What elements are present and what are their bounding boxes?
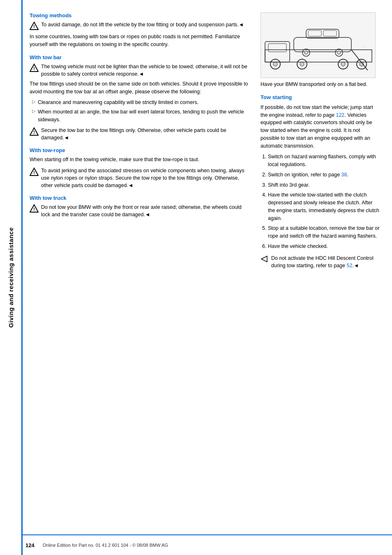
with-tow-bar-warning1: ! The towing vehicle must not be lighter… <box>30 63 251 78</box>
flatbed-image: ~ <box>261 12 376 78</box>
svg-rect-24 <box>323 30 337 36</box>
warning-icon-4: ! <box>30 167 39 176</box>
section-with-tow-truck: With tow truck ! Do not tow your BMW wit… <box>30 195 251 218</box>
svg-text:~: ~ <box>364 45 366 49</box>
tow-starting-note: Do not activate the HDC Hill Descent Con… <box>261 254 380 269</box>
bullet-text-2: When mounted at an angle, the tow bar wi… <box>38 108 251 123</box>
section-towing-methods: Towing methods ! To avoid damage, do not… <box>30 12 251 49</box>
svg-point-14 <box>273 62 277 66</box>
tow-starting-note-text: Do not activate the HDC Hill Descent Con… <box>271 254 380 269</box>
footer: 124 Online Edition for Part no. 01 41 2 … <box>21 534 392 555</box>
step-5: Stop at a suitable location, remove the … <box>268 224 380 240</box>
section-with-tow-bar: With tow bar ! The towing vehicle must n… <box>30 54 251 141</box>
link-52[interactable]: 52 <box>346 263 352 268</box>
svg-text:!: ! <box>33 207 35 212</box>
svg-point-28 <box>337 51 341 54</box>
section-tow-starting: Tow starting If possible, do not tow sta… <box>261 94 380 269</box>
note-triangle-icon <box>261 255 268 263</box>
svg-line-29 <box>351 50 368 70</box>
svg-rect-23 <box>308 30 321 36</box>
bullet-item-1: ▷ Clearance and maneuvering capability w… <box>30 99 251 106</box>
with-tow-bar-warning2: ! Secure the tow bar to the tow fittings… <box>30 127 251 141</box>
with-tow-truck-warning1-text: Do not tow your BMW with only the front … <box>41 204 251 218</box>
right-column: ~ Have your BMW transported only on a fl… <box>261 12 380 272</box>
bullet-arrow-1: ▷ <box>32 99 35 106</box>
tow-starting-steps: Switch on hazard warning flashers, compl… <box>261 153 380 250</box>
footer-text: Online Edition for Part no. 01 41 2 601 … <box>43 543 168 548</box>
svg-rect-12 <box>268 44 286 52</box>
with-tow-truck-title: With tow truck <box>30 195 251 201</box>
link-122[interactable]: 122 <box>336 112 344 118</box>
towing-methods-title: Towing methods <box>30 12 251 18</box>
towing-methods-warning1: ! To avoid damage, do not lift the vehic… <box>30 21 251 30</box>
bullet-arrow-2: ▷ <box>32 109 35 123</box>
step-2: Switch on ignition, refer to page 38. <box>268 171 380 179</box>
bullet-item-2: ▷ When mounted at an angle, the tow bar … <box>30 108 251 123</box>
image-container: ~ Have your BMW transported only on a fl… <box>261 12 380 88</box>
bullet-text-1: Clearance and maneuvering capability wil… <box>38 99 198 106</box>
two-column-layout: Towing methods ! To avoid damage, do not… <box>30 12 380 272</box>
step-3: Shift into 3rd gear. <box>268 181 380 189</box>
with-tow-bar-title: With tow bar <box>30 54 251 60</box>
warning-icon-5: ! <box>30 204 39 213</box>
with-tow-rope-title: With tow-rope <box>30 147 251 153</box>
step-4: Have the vehicle tow-started with the cl… <box>268 191 380 222</box>
link-38[interactable]: 38 <box>341 172 347 178</box>
with-tow-rope-warning1-text: To avoid jerking and the associated stre… <box>41 167 251 189</box>
with-tow-truck-warning1: ! Do not tow your BMW with only the fron… <box>30 204 251 218</box>
with-tow-rope-para1: When starting off in the towing vehicle,… <box>30 156 251 164</box>
sidebar-label: Giving and receiving assistance <box>7 227 14 328</box>
svg-marker-31 <box>261 256 267 262</box>
step-1: Switch on hazard warning flashers, compl… <box>268 153 380 169</box>
svg-point-16 <box>300 62 304 66</box>
image-caption: Have your BMW transported only on a flat… <box>261 81 380 88</box>
with-tow-bar-warning1-text: The towing vehicle must not be lighter t… <box>41 63 251 78</box>
svg-text:!: ! <box>33 66 35 71</box>
warning-icon-3: ! <box>30 127 39 136</box>
step-6: Have the vehicle checked. <box>268 243 380 250</box>
page-number: 124 <box>25 542 35 548</box>
svg-text:!: ! <box>33 24 35 29</box>
main-content: Towing methods ! To avoid damage, do not… <box>21 0 392 284</box>
section-with-tow-rope: With tow-rope When starting off in the t… <box>30 147 251 189</box>
sidebar: Giving and receiving assistance <box>0 0 21 555</box>
tow-starting-intro: If possible, do not tow start the vehicl… <box>261 104 380 150</box>
svg-text:!: ! <box>33 130 35 135</box>
svg-point-26 <box>304 51 308 54</box>
with-tow-bar-para1: The tow fittings used should be on the s… <box>30 80 251 96</box>
with-tow-bar-warning2-text: Secure the tow bar to the tow fittings o… <box>41 127 251 141</box>
svg-text:!: ! <box>33 170 35 175</box>
with-tow-rope-warning1: ! To avoid jerking and the associated st… <box>30 167 251 189</box>
warning-icon-1: ! <box>30 21 39 30</box>
tow-starting-title: Tow starting <box>261 94 380 100</box>
warning-icon-2: ! <box>30 63 39 72</box>
svg-point-18 <box>341 62 345 66</box>
towing-methods-warning1-text: To avoid damage, do not lift the vehicle… <box>41 21 244 30</box>
left-column: Towing methods ! To avoid damage, do not… <box>30 12 251 272</box>
towing-methods-para1: In some countries, towing with tow bars … <box>30 33 251 49</box>
